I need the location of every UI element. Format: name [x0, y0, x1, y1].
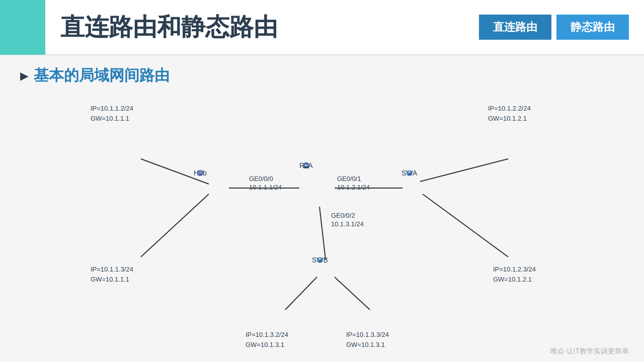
svg-text:▲: ▲: [305, 163, 307, 165]
router-icon: ⊕ ROUTER ✛ ◀ ▶ ▲ ▼: [299, 161, 313, 169]
svg-text:▼: ▼: [199, 173, 201, 175]
svg-text:▼: ▼: [305, 165, 307, 167]
watermark: 唯众·让IT教学实训更简单: [550, 347, 629, 356]
swb-icon: SWITCH ⇄: [312, 256, 328, 264]
svg-line-7: [285, 277, 317, 310]
page-title: 直连路由和静态路由: [60, 11, 479, 43]
svg-line-8: [335, 277, 370, 310]
section-title: ▶ 基本的局域网间路由: [20, 65, 624, 86]
rta-device: RTA ⊕ ROUTER ✛ ◀ ▶ ▲: [299, 161, 313, 169]
main-content: ▶ 基本的局域网间路由 RTA: [0, 55, 644, 362]
svg-line-6: [319, 207, 326, 259]
static-route-button[interactable]: 静态路由: [556, 15, 629, 40]
svg-line-5: [423, 194, 508, 257]
connection-lines: [20, 91, 624, 362]
svg-text:ROUTER: ROUTER: [304, 168, 308, 168]
header-accent: [0, 0, 45, 55]
rta-ip2-label: 10.1.2.1/24: [337, 183, 370, 193]
svg-line-1: [141, 194, 209, 257]
header-buttons: 直连路由 静态路由: [479, 15, 629, 40]
network-diagram: RTA ⊕ ROUTER ✛ ◀ ▶ ▲: [20, 91, 624, 362]
pc3-ip: IP=10.1.2.2/24GW=10.1.2.1: [488, 104, 531, 123]
pc2-ip: IP=10.1.1.3/24GW=10.1.1.1: [91, 264, 133, 284]
rta-ip1-label: 10.1.1.1/24: [249, 183, 282, 193]
arrow-icon: ▶: [20, 70, 28, 82]
pc5-ip: IP=10.1.3.2/24GW=10.1.3.1: [246, 330, 288, 349]
swa-device: SWA SWITCH ⇄: [401, 169, 417, 177]
header: 直连路由和静态路由 直连路由 静态路由: [0, 0, 644, 55]
direct-route-button[interactable]: 直连路由: [479, 15, 551, 40]
pc4-ip: IP=10.1.2.3/24GW=10.1.2.1: [493, 264, 536, 284]
hub-device: Hub ✛ ◀ ▶ ▲ ▼: [194, 169, 207, 177]
svg-line-4: [420, 159, 508, 182]
swa-icon: SWITCH ⇄: [401, 169, 417, 177]
svg-text:▲: ▲: [199, 170, 201, 172]
pc1-ip: IP=10.1.1.2/24GW=10.1.1.1: [91, 104, 133, 123]
rta-ip3-label: 10.1.3.1/24: [331, 219, 364, 229]
swb-device: SWITCH ⇄ SWB: [312, 256, 328, 264]
section-title-text: 基本的局域网间路由: [34, 65, 170, 86]
pc6-ip: IP=10.1.3.3/24GW=10.1.3.1: [346, 330, 389, 349]
hub-icon: ✛ ◀ ▶ ▲ ▼: [194, 169, 207, 177]
